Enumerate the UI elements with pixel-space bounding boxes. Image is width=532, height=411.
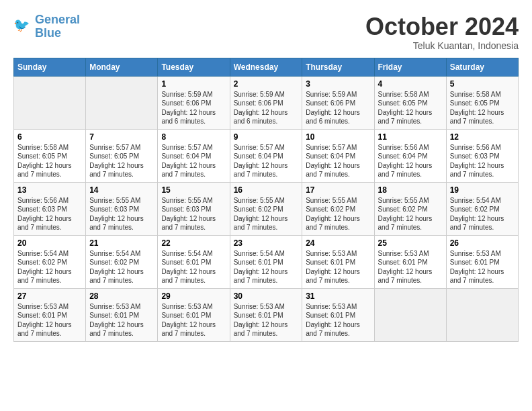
calendar-header-row: SundayMondayTuesdayWednesdayThursdayFrid… bbox=[14, 58, 519, 76]
header-cell-saturday: Saturday bbox=[446, 58, 518, 76]
header-cell-monday: Monday bbox=[86, 58, 158, 76]
day-detail: Sunrise: 5:54 AM Sunset: 6:02 PM Dayligh… bbox=[89, 249, 154, 285]
day-number: 18 bbox=[378, 185, 443, 195]
logo-text: General Blue bbox=[35, 13, 80, 40]
day-number: 27 bbox=[17, 291, 82, 301]
day-cell: 21Sunrise: 5:54 AM Sunset: 6:02 PM Dayli… bbox=[86, 235, 158, 288]
day-cell: 7Sunrise: 5:57 AM Sunset: 6:05 PM Daylig… bbox=[86, 129, 158, 182]
day-cell: 17Sunrise: 5:55 AM Sunset: 6:02 PM Dayli… bbox=[302, 182, 374, 235]
day-cell: 29Sunrise: 5:53 AM Sunset: 6:01 PM Dayli… bbox=[158, 288, 230, 341]
day-cell: 24Sunrise: 5:53 AM Sunset: 6:01 PM Dayli… bbox=[302, 235, 374, 288]
calendar-body: 1Sunrise: 5:59 AM Sunset: 6:06 PM Daylig… bbox=[14, 76, 519, 341]
day-cell: 22Sunrise: 5:54 AM Sunset: 6:01 PM Dayli… bbox=[158, 235, 230, 288]
svg-text:🐦: 🐦 bbox=[13, 16, 30, 32]
page-header: 🐦 General Blue October 2024 Teluk Kuanta… bbox=[13, 13, 519, 51]
title-block: October 2024 Teluk Kuantan, Indonesia bbox=[365, 13, 519, 51]
day-number: 26 bbox=[450, 238, 515, 248]
day-cell: 1Sunrise: 5:59 AM Sunset: 6:06 PM Daylig… bbox=[158, 76, 230, 129]
day-cell: 8Sunrise: 5:57 AM Sunset: 6:04 PM Daylig… bbox=[158, 129, 230, 182]
day-number: 19 bbox=[450, 185, 515, 195]
day-detail: Sunrise: 5:56 AM Sunset: 6:03 PM Dayligh… bbox=[450, 143, 515, 179]
day-number: 21 bbox=[89, 238, 154, 248]
day-number: 6 bbox=[17, 132, 82, 142]
day-detail: Sunrise: 5:57 AM Sunset: 6:04 PM Dayligh… bbox=[234, 143, 299, 179]
day-cell: 30Sunrise: 5:53 AM Sunset: 6:01 PM Dayli… bbox=[230, 288, 302, 341]
day-detail: Sunrise: 5:55 AM Sunset: 6:02 PM Dayligh… bbox=[234, 196, 299, 232]
day-cell: 28Sunrise: 5:53 AM Sunset: 6:01 PM Dayli… bbox=[86, 288, 158, 341]
day-cell: 11Sunrise: 5:56 AM Sunset: 6:04 PM Dayli… bbox=[374, 129, 446, 182]
day-cell: 31Sunrise: 5:53 AM Sunset: 6:01 PM Dayli… bbox=[302, 288, 374, 341]
day-number: 25 bbox=[378, 238, 443, 248]
day-number: 15 bbox=[161, 185, 226, 195]
header-cell-sunday: Sunday bbox=[14, 58, 86, 76]
day-detail: Sunrise: 5:54 AM Sunset: 6:01 PM Dayligh… bbox=[161, 249, 226, 285]
header-cell-wednesday: Wednesday bbox=[230, 58, 302, 76]
day-number: 9 bbox=[234, 132, 299, 142]
day-detail: Sunrise: 5:57 AM Sunset: 6:04 PM Dayligh… bbox=[306, 143, 370, 179]
day-cell: 27Sunrise: 5:53 AM Sunset: 6:01 PM Dayli… bbox=[14, 288, 86, 341]
day-detail: Sunrise: 5:53 AM Sunset: 6:01 PM Dayligh… bbox=[306, 302, 370, 338]
week-row-4: 20Sunrise: 5:54 AM Sunset: 6:02 PM Dayli… bbox=[14, 235, 519, 288]
day-detail: Sunrise: 5:53 AM Sunset: 6:01 PM Dayligh… bbox=[161, 302, 226, 338]
day-cell: 23Sunrise: 5:54 AM Sunset: 6:01 PM Dayli… bbox=[230, 235, 302, 288]
day-number: 29 bbox=[161, 291, 226, 301]
day-detail: Sunrise: 5:57 AM Sunset: 6:05 PM Dayligh… bbox=[89, 143, 154, 179]
header-cell-thursday: Thursday bbox=[302, 58, 374, 76]
day-cell bbox=[14, 76, 86, 129]
day-detail: Sunrise: 5:55 AM Sunset: 6:02 PM Dayligh… bbox=[306, 196, 370, 232]
day-cell: 19Sunrise: 5:54 AM Sunset: 6:02 PM Dayli… bbox=[446, 182, 518, 235]
day-number: 12 bbox=[450, 132, 515, 142]
day-cell: 12Sunrise: 5:56 AM Sunset: 6:03 PM Dayli… bbox=[446, 129, 518, 182]
day-detail: Sunrise: 5:55 AM Sunset: 6:03 PM Dayligh… bbox=[89, 196, 154, 232]
day-number: 23 bbox=[234, 238, 299, 248]
day-detail: Sunrise: 5:53 AM Sunset: 6:01 PM Dayligh… bbox=[450, 249, 515, 285]
day-cell: 16Sunrise: 5:55 AM Sunset: 6:02 PM Dayli… bbox=[230, 182, 302, 235]
day-number: 28 bbox=[89, 291, 154, 301]
day-detail: Sunrise: 5:59 AM Sunset: 6:06 PM Dayligh… bbox=[234, 90, 299, 126]
day-number: 13 bbox=[17, 185, 82, 195]
day-detail: Sunrise: 5:58 AM Sunset: 6:05 PM Dayligh… bbox=[450, 90, 515, 126]
day-number: 1 bbox=[161, 79, 226, 89]
day-detail: Sunrise: 5:57 AM Sunset: 6:04 PM Dayligh… bbox=[161, 143, 226, 179]
day-detail: Sunrise: 5:59 AM Sunset: 6:06 PM Dayligh… bbox=[306, 90, 370, 126]
day-number: 30 bbox=[234, 291, 299, 301]
day-number: 24 bbox=[306, 238, 370, 248]
day-cell bbox=[374, 288, 446, 341]
header-cell-friday: Friday bbox=[374, 58, 446, 76]
day-number: 5 bbox=[450, 79, 515, 89]
day-detail: Sunrise: 5:53 AM Sunset: 6:01 PM Dayligh… bbox=[17, 302, 82, 338]
week-row-3: 13Sunrise: 5:56 AM Sunset: 6:03 PM Dayli… bbox=[14, 182, 519, 235]
day-detail: Sunrise: 5:54 AM Sunset: 6:02 PM Dayligh… bbox=[17, 249, 82, 285]
day-cell: 25Sunrise: 5:53 AM Sunset: 6:01 PM Dayli… bbox=[374, 235, 446, 288]
day-number: 20 bbox=[17, 238, 82, 248]
day-cell: 9Sunrise: 5:57 AM Sunset: 6:04 PM Daylig… bbox=[230, 129, 302, 182]
location-subtitle: Teluk Kuantan, Indonesia bbox=[365, 40, 519, 51]
month-title: October 2024 bbox=[365, 13, 519, 40]
day-number: 14 bbox=[89, 185, 154, 195]
day-detail: Sunrise: 5:56 AM Sunset: 6:04 PM Dayligh… bbox=[378, 143, 443, 179]
header-cell-tuesday: Tuesday bbox=[158, 58, 230, 76]
week-row-1: 1Sunrise: 5:59 AM Sunset: 6:06 PM Daylig… bbox=[14, 76, 519, 129]
day-cell: 14Sunrise: 5:55 AM Sunset: 6:03 PM Dayli… bbox=[86, 182, 158, 235]
day-number: 2 bbox=[234, 79, 299, 89]
day-cell: 26Sunrise: 5:53 AM Sunset: 6:01 PM Dayli… bbox=[446, 235, 518, 288]
day-cell: 13Sunrise: 5:56 AM Sunset: 6:03 PM Dayli… bbox=[14, 182, 86, 235]
day-cell: 15Sunrise: 5:55 AM Sunset: 6:03 PM Dayli… bbox=[158, 182, 230, 235]
day-detail: Sunrise: 5:58 AM Sunset: 6:05 PM Dayligh… bbox=[17, 143, 82, 179]
day-number: 10 bbox=[306, 132, 370, 142]
day-detail: Sunrise: 5:56 AM Sunset: 6:03 PM Dayligh… bbox=[17, 196, 82, 232]
day-cell: 20Sunrise: 5:54 AM Sunset: 6:02 PM Dayli… bbox=[14, 235, 86, 288]
day-cell: 5Sunrise: 5:58 AM Sunset: 6:05 PM Daylig… bbox=[446, 76, 518, 129]
day-detail: Sunrise: 5:55 AM Sunset: 6:02 PM Dayligh… bbox=[378, 196, 443, 232]
week-row-5: 27Sunrise: 5:53 AM Sunset: 6:01 PM Dayli… bbox=[14, 288, 519, 341]
day-number: 11 bbox=[378, 132, 443, 142]
day-detail: Sunrise: 5:55 AM Sunset: 6:03 PM Dayligh… bbox=[161, 196, 226, 232]
day-number: 7 bbox=[89, 132, 154, 142]
day-cell: 3Sunrise: 5:59 AM Sunset: 6:06 PM Daylig… bbox=[302, 76, 374, 129]
logo-icon: 🐦 bbox=[13, 16, 32, 35]
day-cell: 18Sunrise: 5:55 AM Sunset: 6:02 PM Dayli… bbox=[374, 182, 446, 235]
day-detail: Sunrise: 5:54 AM Sunset: 6:01 PM Dayligh… bbox=[234, 249, 299, 285]
day-number: 16 bbox=[234, 185, 299, 195]
day-detail: Sunrise: 5:53 AM Sunset: 6:01 PM Dayligh… bbox=[89, 302, 154, 338]
day-cell: 10Sunrise: 5:57 AM Sunset: 6:04 PM Dayli… bbox=[302, 129, 374, 182]
